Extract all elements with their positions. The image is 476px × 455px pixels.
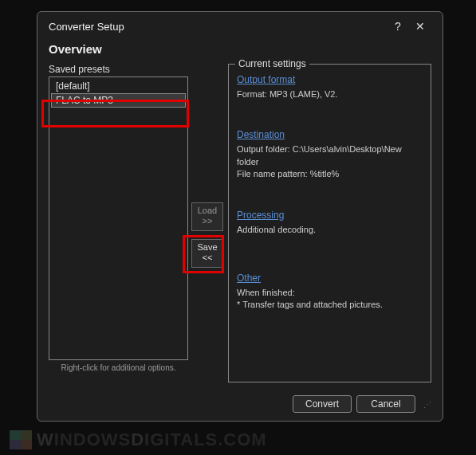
titlebar: Converter Setup ? ✕ [37, 12, 443, 37]
watermark: WINDOWSDIGITALS.COM [10, 430, 267, 450]
load-button[interactable]: Load >> [191, 202, 223, 231]
preset-item-flac-to-mp3[interactable]: FLAC to MP3 [51, 93, 186, 108]
processing-section: Processing Additional decoding. [237, 210, 423, 236]
output-format-link[interactable]: Output format [237, 74, 295, 85]
other-line1-text: When finished: [237, 287, 423, 299]
processing-text: Additional decoding. [237, 224, 423, 236]
load-button-label: Load [198, 206, 217, 215]
destination-link[interactable]: Destination [237, 129, 285, 140]
output-format-section: Output format Format: MP3 (LAME), V2. [237, 74, 423, 100]
save-button-label: Save [197, 242, 217, 252]
presets-label: Saved presets [49, 64, 188, 75]
current-settings-panel: Current settings Output format Format: M… [228, 64, 431, 382]
other-section: Other When finished: * Transfer tags and… [237, 273, 423, 312]
load-button-arrows: >> [203, 216, 213, 226]
cancel-button[interactable]: Cancel [356, 395, 415, 413]
destination-pattern-text: File name pattern: %title% [237, 168, 423, 180]
presets-list[interactable]: [default] FLAC to MP3 [49, 76, 188, 360]
help-icon[interactable]: ? [387, 20, 409, 33]
converter-setup-dialog: Converter Setup ? ✕ Overview Saved prese… [37, 11, 443, 422]
save-button[interactable]: Save << [191, 239, 223, 268]
presets-hint: Right-click for additional options. [49, 363, 188, 372]
processing-link[interactable]: Processing [237, 210, 284, 221]
other-line2-text: * Transfer tags and attached pictures. [237, 299, 423, 311]
destination-section: Destination Output folder: C:\Users\alvi… [237, 129, 423, 180]
preset-transfer-buttons: Load >> Save << [188, 64, 226, 382]
dialog-content: Saved presets [default] FLAC to MP3 Righ… [37, 64, 443, 382]
dialog-footer: Convert Cancel ⋰ [293, 395, 431, 413]
output-format-text: Format: MP3 (LAME), V2. [237, 88, 423, 100]
other-link[interactable]: Other [237, 273, 261, 284]
resize-grip-icon[interactable]: ⋰ [423, 400, 431, 409]
convert-button[interactable]: Convert [293, 395, 352, 413]
presets-panel: Saved presets [default] FLAC to MP3 Righ… [49, 64, 188, 382]
dialog-title: Converter Setup [49, 21, 387, 33]
watermark-logo-icon [10, 430, 32, 449]
preset-item-default[interactable]: [default] [51, 79, 186, 93]
current-settings-label: Current settings [235, 58, 309, 69]
close-icon[interactable]: ✕ [409, 20, 431, 33]
watermark-text: WINDOWSDIGITALS.COM [37, 430, 267, 450]
save-button-arrows: << [203, 253, 213, 262]
destination-folder-text: Output folder: C:\Users\alvin\Desktop\Ne… [237, 143, 423, 168]
